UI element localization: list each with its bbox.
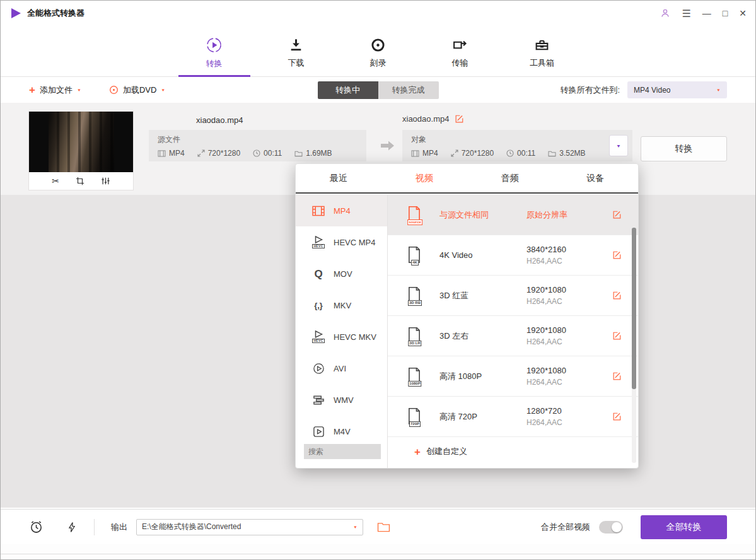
convert-all-button[interactable]: 全部转换 [641,515,727,539]
crop-icon[interactable] [76,177,84,185]
high-speed-icon[interactable] [66,520,78,534]
main-nav: 转换 下载 刻录 传输 工具箱 [1,26,755,77]
format-item-m4v[interactable]: M4V [296,416,387,438]
transfer-icon [452,37,468,53]
scrollbar-thumb[interactable] [632,228,636,389]
target-title: 对象 [411,134,624,145]
format-item-avi[interactable]: AVI [296,353,387,384]
format-item-wmv[interactable]: WMV [296,384,387,416]
output-path-select[interactable]: E:\全能格式转换器\Converted ▼ [136,519,363,535]
load-dvd-button[interactable]: 加载DVD ▼ [109,85,165,96]
source-info-box: 源文件 MP4 720*1280 00:11 1.69MB [149,130,366,161]
wmv-icon [310,394,327,406]
mov-icon: Q [310,269,327,279]
tab-finished[interactable]: 转换完成 [378,81,439,99]
duration-meta: 00:11 [506,149,535,158]
app-window: 全能格式转换器 ☰ — □ ✕ 转换 下载 [0,0,756,560]
preset-same-as-source[interactable]: source 与源文件相同 原始分辨率 [388,195,638,235]
size-meta: 3.52MB [548,149,585,158]
1080p-file-icon: 1080P [407,367,423,386]
edit-preset-icon[interactable] [612,371,622,381]
convert-button[interactable]: 转换 [641,136,727,161]
open-folder-icon[interactable] [377,522,390,532]
tab-convert[interactable]: 转换 [190,26,239,76]
preset-hd-1080p[interactable]: 1080P 高清 1080P 1920*1080 H264,AAC [388,356,638,397]
preset-4k-video[interactable]: 4K 4K Video 3840*2160 H264,AAC [388,235,638,276]
app-title: 全能格式转换器 [27,8,84,19]
format-picker-popup: 最近 视频 音频 设备 MP4 HEVC [295,163,639,469]
output-format-dropdown[interactable]: MP4 Video ▼ [627,81,727,98]
hevc-mkv-icon: HEVC [310,330,327,343]
resolution-meta: 720*1280 [451,149,494,158]
format-item-hevc-mkv[interactable]: HEVC HEVC MKV [296,321,387,353]
tab-download[interactable]: 下载 [272,26,321,76]
tab-burn[interactable]: 刻录 [354,26,403,76]
avi-icon [310,363,327,375]
source-file-icon: source [407,206,423,225]
effects-icon[interactable] [101,177,110,185]
edit-preset-icon[interactable] [612,291,622,300]
format-item-mov[interactable]: Q MOV [296,258,387,289]
edit-preset-icon[interactable] [612,412,622,421]
rename-icon[interactable] [455,114,464,124]
mp4-icon [310,206,327,216]
format-meta: MP4 [411,149,438,158]
add-files-button[interactable]: + 添加文件 ▼ [29,85,81,96]
preset-scrollbar[interactable] [632,228,636,463]
video-thumbnail: ✂ [29,112,133,190]
toolbox-icon [534,37,550,53]
merge-videos-toggle[interactable] [599,521,623,534]
create-custom-button[interactable]: + 创建自定义 [388,437,638,466]
dvd-disc-icon [109,85,119,95]
maximize-button[interactable]: □ [723,9,728,18]
convert-icon [206,37,223,54]
preset-hd-720p[interactable]: 720P 高清 720P 1280*720 H264,AAC [388,397,638,437]
caret-down-icon: ▼ [716,88,721,92]
format-search-input[interactable] [304,444,381,459]
mkv-icon: {,} [310,301,327,310]
tab-video[interactable]: 视频 [381,164,467,192]
720p-file-icon: 720P [407,407,423,426]
tab-recent[interactable]: 最近 [296,164,381,192]
3d-lr-file-icon: 3D LR [407,327,423,346]
edit-preset-icon[interactable] [612,210,622,219]
hevc-mp4-icon: HEVC [310,236,327,248]
app-logo-icon [9,7,22,20]
user-account-icon[interactable] [660,8,670,18]
close-button[interactable]: ✕ [739,9,747,18]
duration-meta: 00:11 [253,149,282,158]
format-item-mp4[interactable]: MP4 [296,195,387,226]
tab-transfer[interactable]: 传输 [436,26,485,76]
format-item-mkv[interactable]: {,} MKV [296,289,387,321]
plus-icon: + [29,85,35,95]
plus-icon: + [414,446,421,457]
preset-3d-red-blue[interactable]: 3D RB 3D 红蓝 1920*1080 H264,AAC [388,276,638,316]
source-title: 源文件 [158,134,358,145]
preset-3d-left-right[interactable]: 3D LR 3D 左右 1920*1080 H264,AAC [388,316,638,356]
tab-device[interactable]: 设备 [552,164,638,192]
tab-toolbox[interactable]: 工具箱 [518,26,567,76]
minimize-button[interactable]: — [702,9,711,18]
edit-preset-icon[interactable] [612,250,622,260]
convert-status-tabs: 转换中 转换完成 [318,81,439,99]
trim-icon[interactable]: ✂ [52,177,59,185]
download-icon [288,37,304,53]
format-meta: MP4 [158,149,185,158]
schedule-icon[interactable] [29,520,44,534]
4k-file-icon: 4K [407,246,423,265]
thumbnail-image [29,112,133,172]
format-item-hevc-mp4[interactable]: HEVC HEVC MP4 [296,226,387,258]
tab-audio[interactable]: 音频 [467,164,553,192]
caret-down-icon: ▼ [161,88,165,92]
caret-down-icon: ▼ [77,88,81,92]
edit-preset-icon[interactable] [612,331,622,341]
convert-arrow-icon [379,139,395,155]
tab-converting[interactable]: 转换中 [318,81,378,99]
caret-down-icon: ▼ [353,525,358,529]
target-file-name: xiaodao.mp4 [402,114,449,124]
convert-all-to-label: 转换所有文件到: [560,85,620,96]
target-format-dropdown-button[interactable]: ▼ [609,135,628,156]
output-label: 输出 [111,522,127,533]
merge-videos-label: 合并全部视频 [541,522,590,533]
menu-icon[interactable]: ☰ [682,8,690,20]
